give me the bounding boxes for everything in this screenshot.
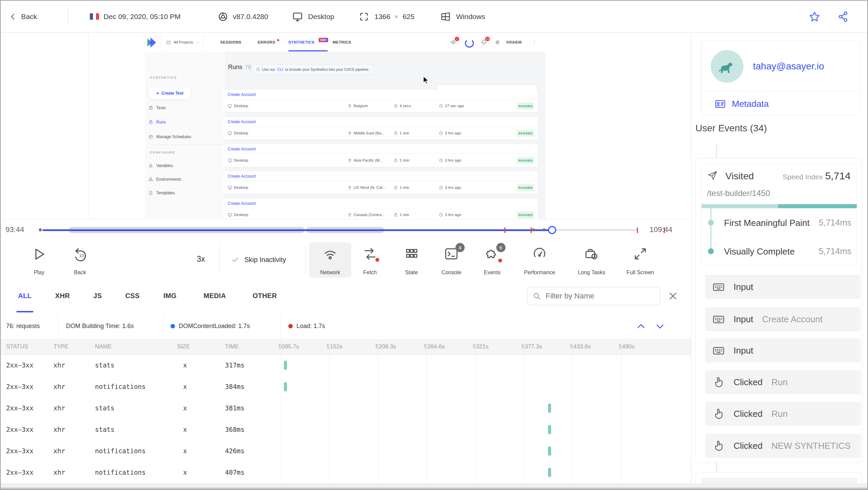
col-size: SIZE [177,339,190,355]
tab-css[interactable]: CSS [125,280,140,312]
app-tab-metrics: METRICS [333,33,351,52]
info-icon [256,67,260,71]
back-button[interactable]: Back [9,1,37,32]
card-divider [701,91,861,92]
event-clicked[interactable]: Clicked NEW SYNTHETICS [705,434,861,458]
visited-card[interactable]: Visited Speed Index 5,714 /test-builder/… [701,164,857,266]
tab-js[interactable]: JS [93,280,102,312]
run-when: 3 hrs ago [439,154,461,167]
viewport-edge [89,32,89,219]
request-row[interactable]: 2xx–3xx xhr notifications x 407ms [1,462,691,483]
filter-input[interactable] [545,291,648,301]
favorite-star-icon[interactable] [809,11,820,22]
skip-inactivity-toggle[interactable]: Skip Inactivity [231,240,286,280]
divider [280,313,281,339]
keyboard-icon [712,344,725,357]
divider [58,313,58,339]
timeline-track[interactable] [38,227,641,233]
tab-all[interactable]: ALL [18,280,32,312]
monitor-icon [228,185,232,190]
timer-icon [148,120,153,125]
error-marker [664,227,665,233]
panel-console[interactable]: 4 Console [431,242,472,278]
panel-fetch[interactable]: Fetch [350,242,390,278]
run-when: 3 hrs ago [439,181,461,194]
request-row[interactable]: 2xx–3xx xhr notifications x 426ms [1,440,691,462]
user-email[interactable]: tahay@asayer.io [753,61,824,72]
hierarchy-icon [148,177,153,182]
navigate-icon [707,170,718,181]
load-dot [288,324,293,328]
fmp-label: First Meaningful Paint [724,218,809,228]
metadata-button[interactable]: Metadata [715,98,769,109]
jump-down-icon[interactable] [655,321,665,331]
jump-up-icon[interactable] [636,321,646,331]
app-nav-bar: All Projects SESSIONS ERRORS SYNTHETICS … [145,33,545,52]
tab-other[interactable]: OTHER [253,280,277,312]
panel-state[interactable]: State [391,242,432,278]
tab-img[interactable]: IMG [163,280,177,312]
time-current: 93:44 [5,225,24,234]
panel-long-tasks[interactable]: Long Tasks [571,242,612,278]
time-total: 109:44 [649,225,672,234]
vc-label: Visually Complete [724,246,795,257]
run-card: Create Account Desktop Middle East (Ba..… [223,117,537,140]
status-badge: PASSED [517,130,534,137]
app-sidebar: SYNTHETICS + Create Test Tests Runs Mana… [145,52,226,218]
template-icon [148,191,153,195]
stopwatch-icon [393,158,398,163]
request-waterfall-bar [548,468,551,477]
event-input[interactable]: Input [705,275,861,299]
back-10s-button[interactable]: 10 Back [60,242,100,278]
metric-connector [710,208,711,252]
chevron-left-icon [9,12,18,21]
speed-index-value: 5,714 [825,170,851,182]
request-row[interactable]: 2xx–3xx xhr notifications x 384ms [1,376,691,397]
request-row[interactable]: 2xx–3xx xhr stats x 368ms [1,419,691,440]
col-t5: 5377.3s [521,339,542,355]
sidebar-item-manage-schedules: Manage Schedules [148,134,191,139]
stopwatch-icon [393,213,398,217]
request-row[interactable]: 2xx–3xx xhr stats x 317ms [1,355,691,376]
network-tabs-bar: ALL XHR JS CSS IMG MEDIA OTHER [1,280,691,313]
panel-events[interactable]: 6 Events [472,242,513,278]
playhead[interactable] [548,226,556,234]
event-clicked[interactable]: Clicked Run [705,402,861,426]
browser-version: v87.0.4280 [233,1,268,32]
clock-icon [439,131,443,135]
hand-pointer-icon [712,376,725,388]
event-input[interactable]: Input [705,339,861,362]
run-device: Desktop [228,208,248,218]
panel-network[interactable]: Network [309,242,351,278]
tab-media[interactable]: MEDIA [204,280,226,312]
clock-icon [439,185,443,190]
panel-performance[interactable]: Performance [519,242,560,278]
run-duration: 1 min [393,181,409,194]
speed-toggle[interactable]: 3x [197,255,205,264]
col-t3: 5264.6s [424,339,445,355]
col-status: STATUS [6,339,28,355]
stopwatch-icon [393,185,398,190]
monitor-icon [228,213,232,217]
play-button[interactable]: Play [19,242,60,278]
close-panel-icon[interactable] [668,291,678,301]
full-screen-button[interactable]: Full Screen [620,242,661,278]
share-icon[interactable] [837,11,849,22]
request-row[interactable]: 2xx–3xx xhr stats x 381ms [1,397,691,419]
event-clicked[interactable]: Clicked Run [705,370,861,394]
track-progress [43,229,552,231]
app-user-name: KRAIEM [507,33,521,52]
network-icon [322,246,338,262]
col-t6: 5433.6s [570,339,591,355]
visited-url: /test-builder/1450 [707,189,770,198]
event-input[interactable]: Input Create Account [705,307,861,331]
cubes-icon [148,163,153,168]
app-tab-errors: ERRORS [258,33,275,52]
request-waterfall-bar [284,361,287,370]
search-icon [533,292,541,300]
tab-xhr[interactable]: XHR [55,280,70,312]
clock-icon [439,158,443,163]
bell-badge: 13 [485,37,490,41]
performance-gauge-icon [532,246,547,261]
runs-count: 76 [245,64,251,71]
